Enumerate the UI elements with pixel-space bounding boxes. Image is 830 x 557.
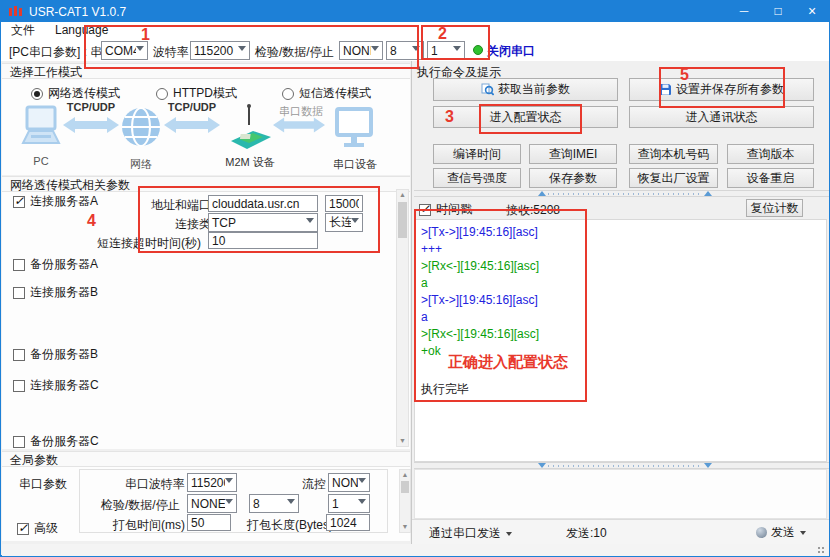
link2-label: TCP/UDP — [164, 101, 220, 113]
send-button[interactable]: 发送 — [756, 524, 806, 541]
window-title: USR-CAT1 V1.0.7 — [29, 5, 126, 19]
splitter-grip[interactable] — [546, 464, 701, 468]
parity-label: 检验/数据/停止 — [255, 44, 334, 61]
parity-select[interactable]: NONI — [339, 41, 383, 60]
status-bar — [2, 544, 829, 556]
menu-language[interactable]: Language — [45, 22, 118, 39]
panel-divider — [411, 61, 412, 544]
pack-time-input[interactable] — [187, 514, 231, 531]
checkbox-timestamp[interactable]: 时间戳 — [419, 201, 472, 218]
checkbox-advanced[interactable]: 高级 — [17, 520, 58, 537]
send-input[interactable] — [414, 469, 827, 519]
checkbox-icon — [13, 259, 25, 271]
log-line: +++ — [421, 243, 826, 256]
chevron-down-icon — [136, 46, 144, 56]
splitter-grip[interactable] — [546, 192, 701, 196]
stopbits-select[interactable]: 1 — [427, 41, 465, 60]
global-params-scrollbar[interactable]: ▲ ▼ — [399, 469, 411, 533]
radio-sms-mode[interactable]: 短信透传模式 — [282, 85, 371, 102]
baud-select[interactable]: 115200 — [190, 41, 250, 60]
send-via-select[interactable]: 通过串口发送 — [429, 525, 512, 542]
timeout-input[interactable] — [208, 232, 318, 249]
set-save-all-button[interactable]: 设置并保存所有参数 — [629, 78, 814, 101]
scrollbar-thumb[interactable] — [401, 481, 409, 493]
resize-grip[interactable] — [817, 546, 826, 555]
enter-comm-state-button[interactable]: 进入通讯状态 — [629, 106, 814, 128]
compile-time-button[interactable]: 编译时间 — [433, 144, 521, 164]
horizontal-splitter[interactable] — [414, 462, 829, 469]
splitter-arrow-icon[interactable] — [704, 191, 712, 196]
send-icon — [756, 527, 767, 538]
maximize-button[interactable]: □ — [761, 1, 795, 22]
radio-httpd-mode[interactable]: HTTPD模式 — [156, 85, 237, 102]
annotation-number-4: 4 — [87, 213, 96, 229]
close-port-button[interactable]: 关闭串口 — [487, 43, 535, 60]
splitter-arrow-icon[interactable] — [538, 191, 546, 196]
serial-device-icon — [335, 107, 373, 149]
scroll-down-icon[interactable]: ▼ — [400, 522, 410, 532]
gdatabits-select[interactable]: 8 — [249, 494, 299, 513]
arrow-icon — [63, 116, 119, 134]
splitter-arrow-icon[interactable] — [538, 463, 546, 468]
app-logo-icon — [9, 6, 23, 18]
conn-mode-select[interactable]: 长连接 — [325, 213, 363, 232]
m2m-device-icon — [227, 103, 273, 153]
scroll-up-icon[interactable]: ▲ — [400, 470, 410, 480]
enter-config-state-button[interactable]: 进入配置状态 — [433, 106, 618, 128]
minimize-button[interactable]: ─ — [727, 1, 761, 22]
node-serial-label: 串口设备 — [331, 157, 379, 172]
com-port-select[interactable]: COM45 — [101, 41, 148, 60]
device-restart-button[interactable]: 设备重启 — [727, 168, 814, 188]
gbaud-select[interactable]: 115200 — [187, 473, 237, 492]
port-input[interactable] — [325, 195, 363, 212]
query-signal-button[interactable]: 查信号强度 — [433, 168, 521, 188]
close-button[interactable]: × — [795, 1, 829, 22]
radio-net-mode[interactable]: 网络透传模式 — [31, 85, 120, 102]
reset-counter-button[interactable]: 复位计数 — [746, 199, 803, 217]
flow-select[interactable]: NONE — [328, 473, 370, 492]
pack-len-input[interactable] — [326, 514, 370, 531]
save-params-button[interactable]: 保存参数 — [529, 168, 617, 188]
checkbox-backup-server-c[interactable]: 备份服务器C — [13, 433, 99, 450]
scroll-up-icon[interactable]: ▲ — [397, 190, 408, 200]
globe-icon — [121, 106, 161, 148]
sent-count-label: 发送:10 — [566, 525, 607, 542]
scroll-down-icon[interactable]: ▼ — [397, 436, 408, 446]
title-bar: USR-CAT1 V1.0.7 ─ □ × — [1, 1, 829, 22]
log-output[interactable]: >[Tx->][19:45:16][asc] +++ >[Rx<-][19:45… — [414, 219, 827, 462]
baud-label: 波特率 — [153, 44, 189, 61]
splitter-arrow-icon[interactable] — [704, 463, 712, 468]
node-m2m-label: M2M 设备 — [223, 155, 277, 170]
gparity-select[interactable]: NONE — [187, 494, 237, 513]
menu-file[interactable]: 文件 — [1, 22, 45, 39]
log-line: a — [421, 277, 826, 290]
horizontal-splitter[interactable] — [414, 190, 829, 197]
chevron-down-icon — [225, 478, 233, 488]
port-open-indicator-icon — [473, 45, 483, 55]
gstopbits-select[interactable]: 1 — [328, 494, 370, 513]
scrollbar-thumb[interactable] — [398, 202, 407, 238]
databits-select[interactable]: 8 — [386, 41, 424, 60]
checkbox-connect-server-b[interactable]: 连接服务器B — [13, 284, 98, 301]
query-local-number-button[interactable]: 查询本机号码 — [629, 144, 718, 164]
address-input[interactable] — [208, 195, 318, 212]
chevron-down-icon — [238, 46, 246, 56]
checkbox-connect-server-c[interactable]: 连接服务器C — [13, 377, 99, 394]
flow-label: 流控 — [302, 476, 326, 493]
checkbox-backup-server-a[interactable]: 备份服务器A — [13, 256, 98, 273]
checkbox-connect-server-a[interactable]: 连接服务器A — [13, 193, 98, 210]
query-version-button[interactable]: 查询版本 — [727, 144, 814, 164]
checkbox-icon — [17, 523, 29, 535]
chevron-down-icon — [371, 46, 379, 56]
log-line: >[Tx->][19:45:16][asc] — [421, 226, 826, 239]
checkbox-icon — [13, 287, 25, 299]
checkbox-backup-server-b[interactable]: 备份服务器B — [13, 346, 98, 363]
net-params-scrollbar[interactable]: ▲ ▼ — [396, 189, 409, 447]
factory-reset-button[interactable]: 恢复出厂设置 — [629, 168, 718, 188]
conn-type-select[interactable]: TCP — [208, 213, 318, 232]
arrow-icon — [273, 116, 325, 134]
work-mode-header: 选择工作模式 — [2, 63, 410, 79]
query-imei-button[interactable]: 查询IMEI — [529, 144, 617, 164]
radio-icon — [31, 88, 43, 100]
get-current-params-button[interactable]: 获取当前参数 — [433, 78, 618, 101]
